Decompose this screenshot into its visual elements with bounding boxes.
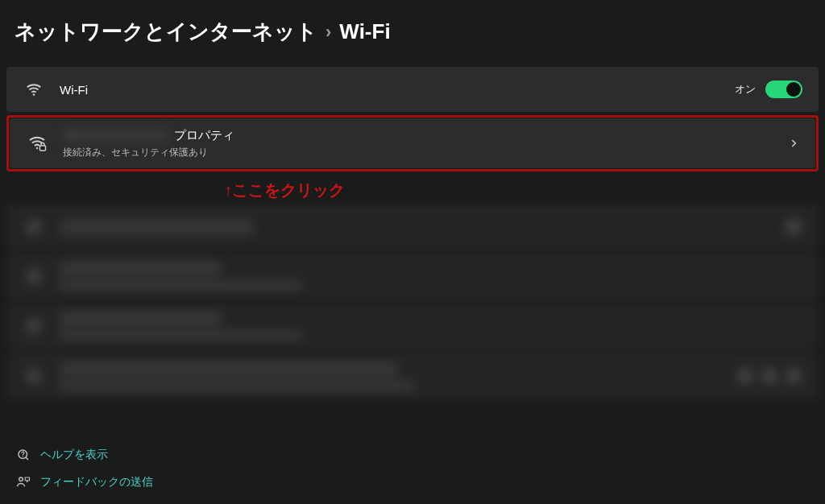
close-icon	[785, 218, 802, 236]
wifi-toggle-state: オン	[735, 82, 756, 97]
list-item[interactable]	[6, 253, 819, 300]
help-icon	[16, 448, 31, 462]
annotation-text: ↑ここをクリック	[6, 180, 819, 201]
annotation-highlight-box: プロパティ 接続済み、セキュリティ保護あり	[6, 115, 819, 171]
wifi-properties-row[interactable]: プロパティ 接続済み、セキュリティ保護あり	[10, 118, 815, 168]
svg-rect-2	[40, 146, 46, 151]
help-link[interactable]: ヘルプを表示	[16, 448, 153, 462]
chevron-right-icon	[788, 138, 799, 149]
breadcrumb: ネットワークとインターネット › Wi-Fi	[6, 18, 819, 46]
breadcrumb-current: Wi-Fi	[339, 19, 390, 44]
item-icon	[25, 218, 43, 236]
svg-point-0	[33, 93, 35, 96]
list-item[interactable]	[6, 303, 819, 349]
wifi-toggle-label: Wi-Fi	[60, 83, 720, 97]
breadcrumb-parent[interactable]: ネットワークとインターネット	[15, 18, 317, 46]
svg-point-4	[23, 456, 23, 456]
list-item[interactable]	[6, 204, 819, 250]
chevron-right-icon: ›	[325, 22, 331, 43]
list-item[interactable]	[6, 353, 819, 399]
wifi-toggle-switch[interactable]	[765, 81, 802, 98]
wifi-properties-title: プロパティ	[63, 128, 773, 143]
svg-point-1	[36, 147, 38, 149]
feedback-link-label: フィードバックの送信	[40, 475, 153, 490]
wifi-connection-status: 接続済み、セキュリティ保護あり	[63, 146, 773, 159]
help-link-label: ヘルプを表示	[40, 448, 108, 462]
item-icon	[25, 367, 43, 385]
feedback-link[interactable]: フィードバックの送信	[16, 475, 153, 490]
wifi-properties-suffix: プロパティ	[174, 128, 234, 143]
svg-point-5	[19, 477, 23, 481]
item-icon	[25, 267, 43, 285]
feedback-icon	[16, 475, 31, 490]
item-icon	[25, 317, 43, 335]
wifi-icon	[23, 81, 45, 98]
wifi-toggle-row[interactable]: Wi-Fi オン	[6, 67, 819, 112]
ssid-redacted	[63, 129, 168, 142]
wifi-secure-icon	[26, 134, 48, 153]
